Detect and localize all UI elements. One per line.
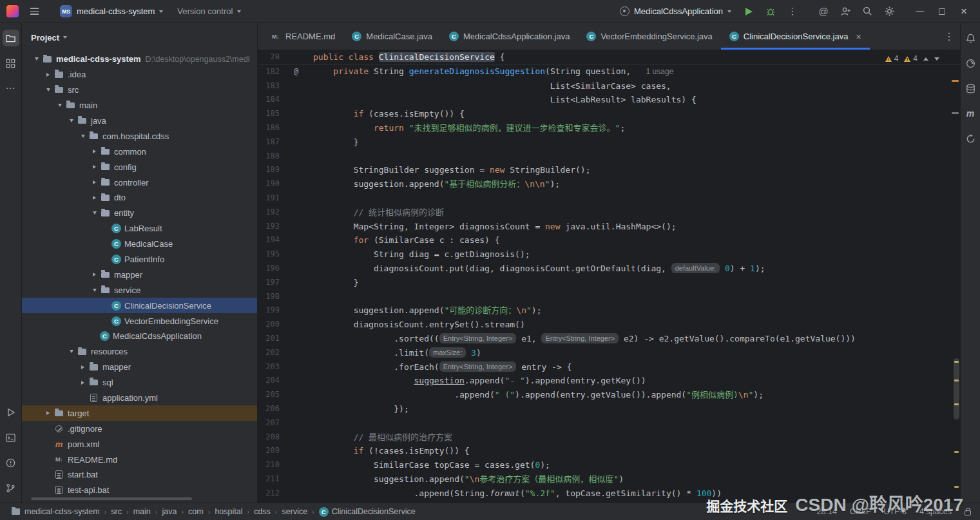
tree-item-resources[interactable]: resources (22, 344, 257, 360)
run-configuration-widget[interactable]: MedicalCdssApplication (615, 4, 736, 19)
code-line-195[interactable]: 195 String diag = c.getDiagnosis(); (258, 247, 960, 262)
code-line-209[interactable]: 209 if (!cases.isEmpty()) { (258, 444, 960, 458)
previous-problem-icon[interactable] (923, 57, 928, 61)
tree-item-mapper[interactable]: mapper (22, 267, 257, 282)
code-line-185[interactable]: 185 if (cases.isEmpty()) { (258, 107, 960, 121)
code-line-203[interactable]: 203 .forEach(Entry<String, Integer> entr… (258, 360, 960, 374)
tab-list-button[interactable]: ⋮ (938, 23, 960, 50)
error-stripe[interactable] (951, 50, 960, 503)
chevron-down-icon[interactable] (54, 104, 65, 107)
breadcrumb-item-main[interactable]: main (132, 507, 152, 516)
notifications-tool-button[interactable] (962, 30, 979, 46)
code-line-186[interactable]: 186 return "未找到足够相似的病例，建议进一步检查和专家会诊。"; (258, 121, 960, 135)
tree-item-.gitignore[interactable]: .gitignore (22, 421, 257, 436)
sticky-class-header[interactable]: 28public class ClinicalDecisionService { (258, 50, 960, 65)
next-problem-icon[interactable] (934, 57, 939, 61)
code-line-204[interactable]: 204 suggestion.append("- ").append(entry… (258, 374, 960, 388)
tree-item-medical-cdss-system[interactable]: medical-cdss-systemD:\desktop\opengauss2… (22, 52, 257, 67)
tree-item-com.hospital.cdss[interactable]: com.hospital.cdss (22, 128, 257, 144)
tree-item-src[interactable]: src (22, 82, 257, 98)
breadcrumb-item-cdss[interactable]: cdss (253, 507, 272, 516)
code-line-189[interactable]: 189 StringBuilder suggestion = new Strin… (258, 163, 960, 177)
chevron-right-icon[interactable] (77, 381, 88, 385)
gradle-tool-button[interactable] (962, 55, 979, 72)
tree-item-MedicalCase[interactable]: CMedicalCase (22, 236, 257, 252)
terminal-tool-button[interactable] (3, 429, 19, 446)
code-line-191[interactable]: 191 (258, 191, 960, 206)
code-line-188[interactable]: 188 (258, 149, 960, 164)
tab-README.md[interactable]: M↓README.md (262, 23, 343, 50)
tab-MedicalCase.java[interactable]: CMedicalCase.java (343, 23, 441, 50)
version-control-widget[interactable]: Version control (172, 4, 246, 19)
breadcrumb-item-medical-cdss-system[interactable]: medical-cdss-system (9, 506, 101, 517)
code-line-182[interactable]: 182@ private String generateDiagnosisSug… (258, 65, 960, 79)
database-tool-button[interactable] (962, 80, 979, 97)
tree-item-common[interactable]: common (22, 144, 257, 159)
search-everywhere-button[interactable] (858, 3, 877, 21)
main-menu-icon[interactable] (28, 5, 41, 18)
tree-item-target[interactable]: target (22, 405, 257, 421)
tree-item-sql[interactable]: sql (22, 375, 257, 390)
tree-item-java[interactable]: java (22, 113, 257, 129)
code-line-187[interactable]: 187 } (258, 135, 960, 149)
settings-button[interactable] (879, 3, 899, 21)
tree-item-pom.xml[interactable]: mpom.xml (22, 436, 257, 452)
chevron-right-icon[interactable] (89, 149, 100, 153)
code-line-194[interactable]: 194 for (SimilarCase c : cases) { (258, 233, 960, 247)
chevron-down-icon[interactable] (43, 88, 53, 91)
more-actions-button[interactable]: ⋯ (783, 3, 802, 21)
code-with-me-button[interactable] (836, 3, 855, 21)
line-separator-widget[interactable]: CRLF (850, 507, 871, 516)
tree-item-test-api.bat[interactable]: test-api.bat (22, 483, 257, 498)
inspections-widget[interactable]: 4 4 (881, 53, 943, 64)
code-line-202[interactable]: 202 .limit(maxSize: 3) (258, 346, 960, 360)
problems-tool-button[interactable] (3, 454, 19, 471)
ai-mentions-button[interactable]: @ (814, 3, 833, 21)
tree-item-ClinicalDecisionService[interactable]: CClinicalDecisionService (22, 298, 257, 313)
code-line-205[interactable]: 205 .append(" (").append(entry.getValue(… (258, 388, 960, 402)
chevron-down-icon[interactable] (66, 119, 77, 122)
indent-widget[interactable]: 4 spaces (919, 507, 952, 516)
code-line-198[interactable]: 198 (258, 290, 960, 304)
tree-item-start.bat[interactable]: start.bat (22, 467, 257, 483)
code-line-197[interactable]: 197 } (258, 276, 960, 290)
chevron-right-icon[interactable] (89, 273, 100, 276)
tree-item-application.yml[interactable]: application.yml (22, 390, 257, 406)
caret-position-widget[interactable]: 28:14 (817, 507, 837, 516)
breadcrumb-item-hospital[interactable]: hospital (213, 507, 244, 516)
code-line-192[interactable]: 192 // 统计相似病例的诊断 (258, 206, 960, 220)
maven-tool-button[interactable]: m (962, 105, 979, 122)
minimize-button[interactable] (910, 3, 930, 21)
tree-item-.idea[interactable]: .idea (22, 67, 257, 82)
code-line-184[interactable]: 184 List<LabResult> labResults) { (258, 93, 960, 107)
tab-ClinicalDecisionService.java[interactable]: CClinicalDecisionService.java× (721, 23, 870, 50)
tab-VectorEmbeddingService.java[interactable]: CVectorEmbeddingService.java (578, 23, 720, 50)
tree-item-service[interactable]: service (22, 282, 257, 298)
tree-item-mapper[interactable]: mapper (22, 360, 257, 375)
breadcrumb-item-ClinicalDecisionService[interactable]: CClinicalDecisionService (318, 507, 417, 517)
debug-button[interactable] (761, 3, 780, 21)
close-tab-icon[interactable]: × (856, 32, 861, 42)
tree-item-README.md[interactable]: M↓README.md (22, 452, 257, 467)
chevron-right-icon[interactable] (77, 365, 88, 369)
run-button[interactable] (739, 3, 758, 21)
chevron-right-icon[interactable] (89, 165, 100, 169)
code-line-193[interactable]: 193 Map<String, Integer> diagnosisCount … (258, 220, 960, 234)
breadcrumb-item-service[interactable]: service (281, 507, 309, 516)
tree-item-controller[interactable]: controller (22, 175, 257, 190)
chevron-down-icon[interactable] (89, 289, 100, 292)
code-line-196[interactable]: 196 diagnosisCount.put(diag, diagnosisCo… (258, 262, 960, 276)
run-tool-button[interactable] (3, 404, 19, 421)
tree-item-PatientInfo[interactable]: CPatientInfo (22, 252, 257, 267)
breadcrumb-item-com[interactable]: com (187, 507, 205, 516)
maximize-button[interactable] (932, 3, 952, 21)
code-line-190[interactable]: 190 suggestion.append("基于相似病例分析：\n\n"); (258, 177, 960, 191)
tab-MedicalCdssApplication.java[interactable]: CMedicalCdssApplication.java (441, 23, 578, 50)
code-line-200[interactable]: 200 diagnosisCount.entrySet().stream() (258, 318, 960, 332)
breadcrumb-item-java[interactable]: java (160, 507, 178, 516)
code-line-208[interactable]: 208 // 最相似病例的治疗方案 (258, 430, 960, 445)
scrollbar-thumb[interactable] (954, 358, 959, 419)
encoding-widget[interactable]: UTF-8 (884, 507, 907, 516)
chevron-down-icon[interactable] (89, 211, 100, 215)
tree-item-dto[interactable]: dto (22, 190, 257, 206)
